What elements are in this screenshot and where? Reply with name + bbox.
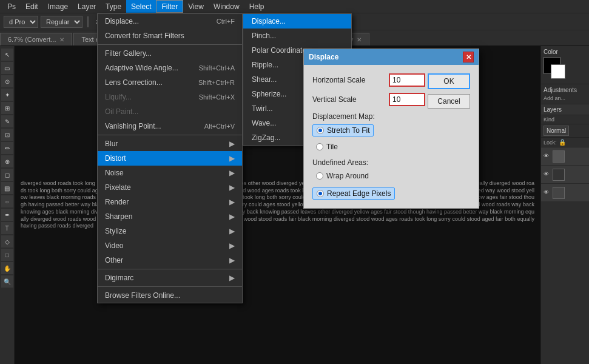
- tool-hand[interactable]: ✋: [1, 262, 13, 274]
- stretch-to-fit-radio-icon: [317, 127, 324, 134]
- tab-close-icon[interactable]: ✕: [357, 36, 362, 43]
- filter-sharpen[interactable]: Sharpen ▶: [98, 209, 242, 224]
- menu-help[interactable]: Help: [244, 0, 269, 13]
- submenu-zigzag-label: ZigZag...: [252, 133, 280, 142]
- submenu-pinch[interactable]: Pinch...: [243, 29, 351, 43]
- menu-image[interactable]: Image: [43, 0, 73, 13]
- eye-icon-1[interactable]: 👁: [544, 153, 551, 160]
- tool-path[interactable]: ◇: [1, 235, 13, 248]
- background-color-swatch[interactable]: [551, 64, 565, 79]
- filter-stylize[interactable]: Stylize ▶: [98, 224, 242, 238]
- tile-radio-icon: [316, 143, 323, 150]
- filter-displace-label: Displace...: [105, 17, 139, 25]
- tool-eraser[interactable]: ◻: [1, 169, 13, 181]
- render-label: Render: [105, 198, 129, 206]
- tool-crop[interactable]: ⊞: [1, 102, 13, 114]
- menu-type[interactable]: Type: [101, 0, 126, 13]
- kind-label: Kind: [544, 116, 554, 123]
- layer-item-3[interactable]: 👁: [541, 184, 589, 202]
- submenu-spherize-label: Spherize...: [252, 90, 286, 98]
- right-panel: Color Adjustments Add an... Layers Kind …: [540, 46, 589, 364]
- filter-pixelate[interactable]: Pixelate ▶: [98, 180, 242, 195]
- menu-select[interactable]: Select: [126, 0, 156, 13]
- tool-zoom[interactable]: 🔍: [1, 275, 13, 288]
- dialog-titlebar: Displace ✕: [304, 49, 479, 65]
- filter-liquify: Liquify... Shift+Ctrl+X: [98, 90, 242, 104]
- layer-thumb-3: [553, 187, 565, 199]
- lock-label: Lock:: [544, 140, 557, 146]
- convert-smart-label: Convert for Smart Filters: [105, 32, 184, 40]
- dialog-title: Displace: [309, 53, 338, 61]
- tool-eyedropper[interactable]: ✎: [1, 115, 13, 127]
- tool-brush[interactable]: ✏: [1, 142, 13, 154]
- tool-text[interactable]: T: [1, 222, 13, 234]
- filter-menu: Displace... Ctrl+F Convert for Smart Fil…: [97, 13, 243, 303]
- tool-pen[interactable]: ✒: [1, 209, 13, 221]
- dialog-close-btn[interactable]: ✕: [463, 52, 474, 62]
- menu-ps[interactable]: Ps: [2, 0, 21, 13]
- tool-clone[interactable]: ⊕: [1, 155, 13, 167]
- menu-filter[interactable]: Filter: [156, 0, 183, 13]
- video-label: Video: [105, 241, 123, 250]
- tile-option[interactable]: Tile: [312, 141, 342, 152]
- tab-close-icon[interactable]: ✕: [59, 36, 64, 43]
- tool-lasso[interactable]: ⊙: [1, 75, 13, 87]
- submenu-shear-label: Shear...: [252, 75, 277, 84]
- filter-other[interactable]: Other ▶: [98, 253, 242, 268]
- filter-adaptive-wide-angle[interactable]: Adaptive Wide Angle... Shift+Ctrl+A: [98, 61, 242, 75]
- layer-item-2[interactable]: 👁: [541, 166, 589, 184]
- horizontal-scale-input[interactable]: [389, 73, 425, 87]
- filter-gallery[interactable]: Filter Gallery...: [98, 46, 242, 61]
- stylize-label: Stylize: [105, 227, 126, 235]
- tool-shape[interactable]: □: [1, 249, 13, 261]
- eye-icon-3[interactable]: 👁: [544, 189, 551, 197]
- tool-patch[interactable]: ⊡: [1, 129, 13, 141]
- dialog-ok-btn[interactable]: OK: [428, 73, 470, 89]
- filter-noise[interactable]: Noise ▶: [98, 166, 242, 180]
- browse-online-label: Browse Filters Online...: [105, 291, 180, 300]
- stretch-to-fit-option[interactable]: Stretch To Fit: [312, 124, 374, 136]
- displace-dialog[interactable]: Displace ✕ OK Cancel Horizontal Scale Ve…: [303, 49, 479, 209]
- eye-icon-2[interactable]: 👁: [544, 171, 551, 178]
- mode-select[interactable]: Regular: [41, 16, 82, 28]
- filter-lens-correction[interactable]: Lens Correction... Shift+Ctrl+R: [98, 75, 242, 90]
- dialog-cancel-btn[interactable]: Cancel: [428, 94, 470, 109]
- pixelate-label: Pixelate: [105, 183, 131, 192]
- tool-select[interactable]: ▭: [1, 62, 13, 74]
- preset-select[interactable]: d Pro: [4, 16, 38, 28]
- dialog-buttons: OK Cancel: [428, 73, 470, 109]
- filter-browse-online[interactable]: Browse Filters Online...: [98, 288, 242, 303]
- tool-move[interactable]: ↖: [1, 49, 13, 61]
- tool-dodge[interactable]: ○: [1, 195, 13, 207]
- sharpen-label: Sharpen: [105, 212, 132, 221]
- displace-shortcut: Ctrl+F: [217, 18, 235, 25]
- sharpen-arrow-icon: ▶: [229, 212, 235, 221]
- wrap-around-option[interactable]: Wrap Around: [312, 170, 372, 181]
- menu-layer[interactable]: Layer: [73, 0, 101, 13]
- submenu-displace[interactable]: Displace...: [243, 14, 351, 29]
- repeat-edge-pixels-option[interactable]: Repeat Edge Pixels: [312, 187, 395, 200]
- filter-digimarc[interactable]: Digimarc ▶: [98, 271, 242, 285]
- adjustments-section: Adjustments Add an...: [541, 84, 589, 104]
- filter-vanishing-point[interactable]: Vanishing Point... Alt+Ctrl+V: [98, 119, 242, 133]
- separator-4: [98, 286, 242, 287]
- lock-icon[interactable]: 🔒: [559, 139, 566, 146]
- filter-displace-top[interactable]: Displace... Ctrl+F: [98, 14, 242, 29]
- vertical-scale-input[interactable]: [389, 93, 425, 106]
- wrap-around-radio-icon: [316, 172, 323, 180]
- normal-badge[interactable]: Normal: [544, 126, 569, 136]
- filter-video[interactable]: Video ▶: [98, 238, 242, 253]
- filter-blur[interactable]: Blur ▶: [98, 136, 242, 151]
- vanishing-point-label: Vanishing Point...: [105, 122, 161, 130]
- tab-convert[interactable]: 6.7% (Convert... ✕: [0, 33, 72, 46]
- filter-convert-smart[interactable]: Convert for Smart Filters: [98, 29, 242, 43]
- filter-distort[interactable]: Distort ▶: [98, 151, 242, 166]
- tool-magic[interactable]: ✦: [1, 89, 13, 101]
- tool-gradient[interactable]: ▤: [1, 182, 13, 194]
- layer-item-1[interactable]: 👁: [541, 147, 589, 166]
- menu-edit[interactable]: Edit: [21, 0, 43, 13]
- menu-window[interactable]: Window: [209, 0, 244, 13]
- pixelate-arrow-icon: ▶: [229, 183, 235, 192]
- filter-render[interactable]: Render ▶: [98, 195, 242, 209]
- menu-view[interactable]: View: [183, 0, 209, 13]
